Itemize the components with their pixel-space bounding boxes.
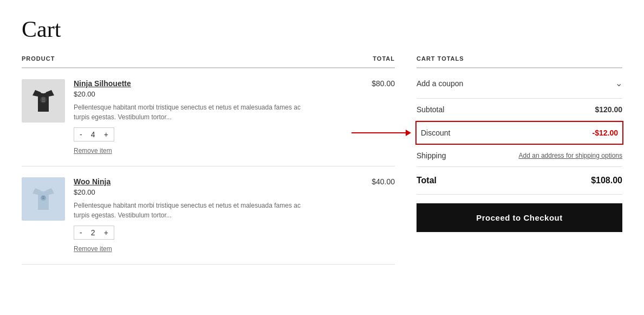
product-info-ninja-silhouette: Ninja Silhouette $20.00 Pellentesque hab…: [74, 79, 366, 155]
product-image-woo-ninja: [22, 177, 65, 221]
qty-control-woo-ninja: - 2 +: [74, 226, 114, 240]
qty-value-woo-ninja: 2: [88, 228, 99, 237]
cart-table: Product Total: [22, 55, 395, 265]
qty-decrease-ninja-silhouette[interactable]: -: [79, 130, 83, 139]
discount-label: Discount: [421, 128, 450, 137]
svg-point-4: [41, 195, 46, 201]
cart-layout: Product Total: [22, 55, 622, 265]
add-shipping-address-link[interactable]: Add an address for shipping options: [519, 152, 622, 159]
proceed-to-checkout-button[interactable]: Proceed to Checkout: [417, 203, 622, 232]
subtotal-row: Subtotal $120.00: [417, 99, 622, 121]
qty-increase-ninja-silhouette[interactable]: +: [103, 130, 109, 139]
total-label: Total: [417, 176, 437, 185]
col-total-header: Total: [366, 55, 395, 68]
table-row: Ninja Silhouette $20.00 Pellentesque hab…: [22, 68, 395, 166]
page-title: Cart: [22, 16, 622, 42]
discount-row-container: Discount -$12.00: [417, 121, 622, 145]
product-price-woo-ninja: $20.00: [74, 188, 366, 196]
cart-left-panel: Product Total: [22, 55, 395, 265]
product-desc-ninja-silhouette: Pellentesque habitant morbi tristique se…: [74, 102, 301, 122]
subtotal-label: Subtotal: [417, 105, 444, 114]
total-value: $108.00: [591, 176, 622, 185]
page-wrapper: Cart Product Total: [0, 0, 644, 286]
add-coupon-row[interactable]: Add a coupon ⌄: [417, 68, 622, 99]
discount-row: Discount -$12.00: [415, 121, 623, 145]
chevron-down-icon: ⌄: [615, 78, 622, 88]
total-row: Total $108.00: [417, 167, 622, 195]
table-row: Woo Ninja $20.00 Pellentesque habitant m…: [22, 166, 395, 265]
product-cell-ninja-silhouette: Ninja Silhouette $20.00 Pellentesque hab…: [22, 68, 366, 166]
shipping-row: Shipping Add an address for shipping opt…: [417, 145, 622, 167]
product-cell-content-2: Woo Ninja $20.00 Pellentesque habitant m…: [22, 177, 366, 253]
shipping-label: Shipping: [417, 151, 446, 160]
qty-control-ninja-silhouette: - 4 +: [74, 127, 114, 142]
product-image-ninja-silhouette: [22, 79, 65, 123]
product-name-woo-ninja[interactable]: Woo Ninja: [74, 177, 366, 186]
cart-right-panel: Cart Totals Add a coupon ⌄ Subtotal $120…: [417, 55, 622, 232]
subtotal-value: $120.00: [595, 105, 622, 114]
cart-totals-title: Cart Totals: [417, 55, 622, 68]
product-desc-woo-ninja: Pellentesque habitant morbi tristique se…: [74, 201, 301, 220]
arrow-head: [406, 130, 411, 136]
qty-value-ninja-silhouette: 4: [88, 130, 99, 139]
qty-decrease-woo-ninja[interactable]: -: [79, 228, 83, 237]
arrow-line: [352, 132, 406, 133]
product-total-ninja-silhouette: $80.00: [366, 68, 395, 166]
product-name-ninja-silhouette[interactable]: Ninja Silhouette: [74, 79, 366, 88]
col-product-header: Product: [22, 55, 366, 68]
product-total-woo-ninja: $40.00: [366, 166, 395, 265]
product-info-woo-ninja: Woo Ninja $20.00 Pellentesque habitant m…: [74, 177, 366, 253]
product-price-ninja-silhouette: $20.00: [74, 90, 366, 98]
coupon-label: Add a coupon: [417, 79, 463, 88]
remove-item-woo-ninja[interactable]: Remove item: [74, 245, 112, 253]
remove-item-ninja-silhouette[interactable]: Remove item: [74, 147, 112, 155]
discount-arrow: [352, 130, 411, 136]
discount-value: -$12.00: [593, 128, 618, 137]
qty-increase-woo-ninja[interactable]: +: [103, 228, 109, 237]
product-cell-content: Ninja Silhouette $20.00 Pellentesque hab…: [22, 79, 366, 155]
product-cell-woo-ninja: Woo Ninja $20.00 Pellentesque habitant m…: [22, 166, 366, 265]
